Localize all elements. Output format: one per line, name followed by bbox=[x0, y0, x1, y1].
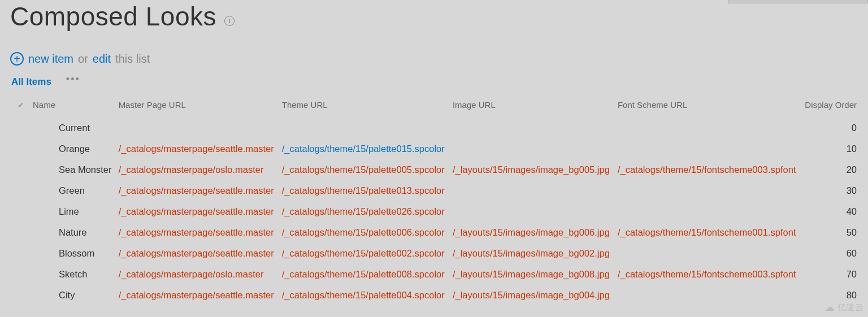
row-theme[interactable]: /_catalogs/theme/15/palette002.spcolor bbox=[282, 243, 453, 264]
theme-link[interactable]: /_catalogs/theme/15/palette013.spcolor bbox=[282, 185, 445, 196]
master-link[interactable]: /_catalogs/masterpage/seattle.master bbox=[119, 185, 274, 196]
row-image bbox=[453, 138, 618, 159]
theme-link[interactable]: /_catalogs/theme/15/palette015.spcolor bbox=[282, 144, 445, 154]
col-image[interactable]: Image URL bbox=[453, 97, 618, 118]
row-master[interactable]: /_catalogs/masterpage/seattle.master bbox=[119, 201, 282, 222]
theme-link[interactable]: /_catalogs/theme/15/palette002.spcolor bbox=[282, 248, 445, 258]
col-name[interactable]: Name bbox=[33, 97, 119, 118]
image-link[interactable]: /_layouts/15/images/image_bg004.jpg bbox=[453, 290, 610, 300]
row-theme[interactable]: /_catalogs/theme/15/palette013.spcolor bbox=[282, 180, 453, 201]
edit-link[interactable]: edit bbox=[93, 53, 111, 66]
row-master[interactable]: /_catalogs/masterpage/seattle.master bbox=[119, 243, 282, 264]
row-image[interactable]: /_layouts/15/images/image_bg008.jpg bbox=[453, 264, 618, 285]
row-order: 40 bbox=[804, 201, 858, 222]
table-row[interactable]: Nature/_catalogs/masterpage/seattle.mast… bbox=[10, 222, 858, 243]
row-order: 50 bbox=[804, 222, 858, 243]
row-image[interactable]: /_layouts/15/images/image_bg005.jpg bbox=[453, 159, 618, 180]
row-image[interactable]: /_layouts/15/images/image_bg004.jpg bbox=[453, 285, 618, 306]
row-select-cell[interactable] bbox=[10, 180, 33, 201]
row-image bbox=[453, 118, 618, 138]
row-select-cell[interactable] bbox=[10, 264, 33, 285]
image-link[interactable]: /_layouts/15/images/image_bg006.jpg bbox=[453, 227, 610, 237]
theme-link[interactable]: /_catalogs/theme/15/palette004.spcolor bbox=[282, 290, 445, 300]
info-icon[interactable]: i bbox=[224, 16, 235, 26]
table-header-row: ✔ Name Master Page URL Theme URL Image U… bbox=[10, 97, 858, 118]
row-image[interactable]: /_layouts/15/images/image_bg002.jpg bbox=[453, 243, 618, 264]
row-select-cell[interactable] bbox=[10, 243, 33, 264]
row-theme[interactable]: /_catalogs/theme/15/palette015.spcolor bbox=[282, 138, 453, 159]
col-theme[interactable]: Theme URL bbox=[282, 97, 453, 118]
row-theme[interactable]: /_catalogs/theme/15/palette006.spcolor bbox=[282, 222, 453, 243]
row-theme[interactable]: /_catalogs/theme/15/palette026.spcolor bbox=[282, 201, 453, 222]
watermark: ☁ 亿速云 bbox=[824, 301, 863, 314]
master-link[interactable]: /_catalogs/masterpage/seattle.master bbox=[119, 206, 274, 216]
master-link[interactable]: /_catalogs/masterpage/seattle.master bbox=[119, 144, 274, 154]
table-row[interactable]: Lime/_catalogs/masterpage/seattle.master… bbox=[10, 201, 858, 222]
col-order[interactable]: Display Order bbox=[804, 97, 858, 118]
row-order: 20 bbox=[804, 159, 858, 180]
master-link[interactable]: /_catalogs/masterpage/seattle.master bbox=[119, 290, 274, 300]
row-name[interactable]: City bbox=[33, 285, 119, 306]
ellipsis-icon[interactable]: ••• bbox=[66, 73, 80, 85]
master-link[interactable]: /_catalogs/masterpage/oslo.master bbox=[119, 269, 264, 279]
check-icon[interactable]: ✔ bbox=[18, 101, 24, 110]
row-select-cell[interactable] bbox=[10, 159, 33, 180]
row-select-cell[interactable] bbox=[10, 222, 33, 243]
col-font[interactable]: Font Scheme URL bbox=[618, 97, 804, 118]
master-link[interactable]: /_catalogs/masterpage/seattle.master bbox=[119, 248, 274, 258]
table-row[interactable]: Blossom/_catalogs/masterpage/seattle.mas… bbox=[10, 243, 858, 264]
row-select-cell[interactable] bbox=[10, 118, 33, 138]
new-item-link[interactable]: new item bbox=[28, 53, 73, 66]
master-link[interactable]: /_catalogs/masterpage/seattle.master bbox=[119, 227, 274, 237]
row-name[interactable]: Sea Monster bbox=[33, 159, 119, 180]
font-link[interactable]: /_catalogs/theme/15/fontscheme003.spfont bbox=[618, 164, 796, 175]
row-master[interactable]: /_catalogs/masterpage/seattle.master bbox=[119, 222, 282, 243]
row-name[interactable]: Green bbox=[33, 180, 119, 201]
theme-link[interactable]: /_catalogs/theme/15/palette008.spcolor bbox=[282, 269, 445, 279]
row-name[interactable]: Nature bbox=[33, 222, 119, 243]
row-theme[interactable]: /_catalogs/theme/15/palette008.spcolor bbox=[282, 264, 453, 285]
row-select-cell[interactable] bbox=[10, 138, 33, 159]
search-box-collapsed[interactable] bbox=[728, 0, 868, 3]
theme-link[interactable]: /_catalogs/theme/15/palette005.spcolor bbox=[282, 164, 445, 175]
image-link[interactable]: /_layouts/15/images/image_bg008.jpg bbox=[453, 269, 610, 279]
row-name[interactable]: Blossom bbox=[33, 243, 119, 264]
row-select-cell[interactable] bbox=[10, 201, 33, 222]
row-master[interactable]: /_catalogs/masterpage/seattle.master bbox=[119, 138, 282, 159]
view-all-items[interactable]: All Items bbox=[11, 76, 51, 88]
font-link[interactable]: /_catalogs/theme/15/fontscheme003.spfont bbox=[618, 269, 796, 279]
table-row[interactable]: Current0 bbox=[10, 118, 858, 138]
row-font[interactable]: /_catalogs/theme/15/fontscheme001.spfont bbox=[618, 222, 804, 243]
row-master[interactable]: /_catalogs/masterpage/oslo.master bbox=[119, 159, 282, 180]
plus-icon[interactable]: + bbox=[10, 52, 24, 66]
row-font bbox=[618, 118, 804, 138]
table-row[interactable]: Green/_catalogs/masterpage/seattle.maste… bbox=[10, 180, 858, 201]
row-master[interactable]: /_catalogs/masterpage/seattle.master bbox=[119, 180, 282, 201]
row-order: 60 bbox=[804, 243, 858, 264]
font-link[interactable]: /_catalogs/theme/15/fontscheme001.spfont bbox=[618, 227, 796, 237]
table-row[interactable]: Orange/_catalogs/masterpage/seattle.mast… bbox=[10, 138, 858, 159]
row-theme[interactable]: /_catalogs/theme/15/palette005.spcolor bbox=[282, 159, 453, 180]
row-master[interactable]: /_catalogs/masterpage/oslo.master bbox=[119, 264, 282, 285]
row-name[interactable]: Current bbox=[33, 118, 119, 138]
row-name[interactable]: Lime bbox=[33, 201, 119, 222]
row-image[interactable]: /_layouts/15/images/image_bg006.jpg bbox=[453, 222, 618, 243]
image-link[interactable]: /_layouts/15/images/image_bg005.jpg bbox=[453, 164, 610, 175]
row-name[interactable]: Sketch bbox=[33, 264, 119, 285]
table-row[interactable]: Sea Monster/_catalogs/masterpage/oslo.ma… bbox=[10, 159, 858, 180]
theme-link[interactable]: /_catalogs/theme/15/palette006.spcolor bbox=[282, 227, 445, 237]
row-order: 0 bbox=[804, 118, 858, 138]
row-name[interactable]: Orange bbox=[33, 138, 119, 159]
row-master[interactable]: /_catalogs/masterpage/seattle.master bbox=[119, 285, 282, 306]
row-theme bbox=[282, 118, 453, 138]
image-link[interactable]: /_layouts/15/images/image_bg002.jpg bbox=[453, 248, 610, 258]
table-row[interactable]: Sketch/_catalogs/masterpage/oslo.master/… bbox=[10, 264, 858, 285]
row-font[interactable]: /_catalogs/theme/15/fontscheme003.spfont bbox=[618, 159, 804, 180]
col-master[interactable]: Master Page URL bbox=[119, 97, 282, 118]
row-font[interactable]: /_catalogs/theme/15/fontscheme003.spfont bbox=[618, 264, 804, 285]
master-link[interactable]: /_catalogs/masterpage/oslo.master bbox=[119, 164, 264, 175]
row-select-cell[interactable] bbox=[10, 285, 33, 306]
row-theme[interactable]: /_catalogs/theme/15/palette004.spcolor bbox=[282, 285, 453, 306]
table-row[interactable]: City/_catalogs/masterpage/seattle.master… bbox=[10, 285, 858, 306]
theme-link[interactable]: /_catalogs/theme/15/palette026.spcolor bbox=[282, 206, 445, 216]
